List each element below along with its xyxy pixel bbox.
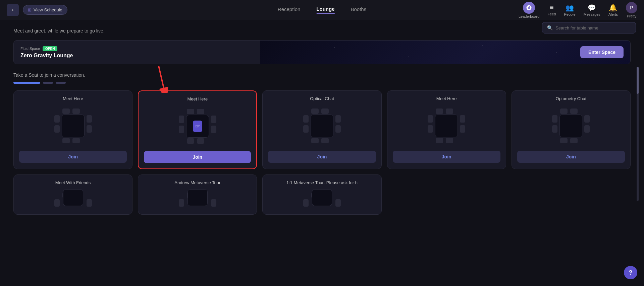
seat <box>321 109 329 114</box>
nav-links: Reception Lounge Booths <box>278 6 366 14</box>
scrollbar-thumb[interactable] <box>637 67 639 94</box>
table-name-3: Optical Chat <box>310 96 334 101</box>
join-button-5[interactable]: Join <box>517 151 625 163</box>
seat <box>87 199 92 207</box>
table-visual-r2-3 <box>302 190 342 209</box>
table-surface <box>312 189 332 206</box>
join-button-1[interactable]: Join <box>19 151 127 163</box>
seat <box>187 109 194 114</box>
seat <box>303 115 309 123</box>
tables-row-1: Meet Here Join <box>13 90 631 169</box>
logo-icon: ♦ <box>7 4 19 16</box>
help-button[interactable]: ? <box>624 266 637 279</box>
seat <box>428 115 433 123</box>
seat <box>552 115 557 123</box>
table-card-5: Optometry Chat Join <box>512 90 631 169</box>
seat <box>460 115 465 123</box>
messages-button[interactable]: 💬 Messages <box>584 4 600 16</box>
tables-row-2: Meet With Friends Andrew Metaverse Tour <box>13 174 631 215</box>
open-status-badge: OPEN <box>43 46 57 51</box>
table-visual-5 <box>551 106 591 146</box>
alerts-icon: 🔔 <box>609 4 617 12</box>
cursor-icon: ☞ <box>195 123 200 130</box>
seat <box>211 116 216 123</box>
table-visual-1 <box>53 106 93 146</box>
nav-right: Leaderboard ≡ Feed 👥 People 💬 Messages 🔔… <box>519 2 637 18</box>
fluid-space-info: Fluid Space OPEN Zero Gravity Lounge <box>20 46 73 59</box>
table-surface <box>311 115 333 137</box>
nav-reception[interactable]: Reception <box>278 6 301 13</box>
seat <box>179 126 184 133</box>
join-button-3[interactable]: Join <box>268 151 376 163</box>
table-name-r2-1: Meet With Friends <box>55 180 91 185</box>
view-schedule-button[interactable]: View Schedule <box>23 5 67 15</box>
seat <box>179 199 184 207</box>
join-button-4[interactable]: Join <box>393 151 500 163</box>
table-name-r2-2: Andrew Metaverse Tour <box>174 180 220 185</box>
search-icon: 🔍 <box>547 25 553 30</box>
leaderboard-icon <box>523 2 535 14</box>
feed-icon: ≡ <box>550 4 554 11</box>
messages-icon: 💬 <box>588 4 596 12</box>
nav-lounge[interactable]: Lounge <box>316 6 334 14</box>
seat <box>54 199 60 207</box>
people-icon: 👥 <box>566 4 574 12</box>
seat <box>311 138 319 143</box>
table-card-2: Meet Here ☞ Join <box>138 90 257 169</box>
leaderboard-button[interactable]: Leaderboard <box>519 2 539 18</box>
avatar-button[interactable]: P Pretty <box>626 2 637 18</box>
scroll-tab-1[interactable] <box>43 82 53 84</box>
seat <box>552 125 557 133</box>
seat <box>436 138 443 143</box>
seat <box>72 138 80 143</box>
table-visual-4 <box>426 106 467 146</box>
seat <box>54 115 60 123</box>
people-button[interactable]: 👥 People <box>564 4 575 16</box>
search-input[interactable] <box>555 25 631 30</box>
scroll-tab-active[interactable] <box>13 82 40 84</box>
seat <box>87 125 92 133</box>
fluid-space-title: Zero Gravity Lounge <box>20 53 73 59</box>
table-name-4: Meet Here <box>436 96 457 101</box>
scrollbar-track[interactable] <box>637 67 639 201</box>
table-card-1: Meet Here Join <box>13 90 132 169</box>
alerts-button[interactable]: 🔔 Alerts <box>608 4 618 16</box>
table-surface <box>559 115 582 137</box>
seat <box>311 109 319 114</box>
fluid-space-label: Fluid Space OPEN <box>20 46 73 51</box>
logo-area: ♦ View Schedule <box>7 4 67 16</box>
seat <box>187 138 194 144</box>
seat <box>436 109 443 114</box>
seat <box>54 125 60 133</box>
seat <box>335 125 341 133</box>
table-card-r2-3: 1:1 Metaverse Tour- Please ask for h <box>262 174 381 215</box>
search-bar[interactable]: 🔍 <box>542 22 636 33</box>
table-name-r2-3: 1:1 Metaverse Tour- Please ask for h <box>286 180 358 185</box>
seat <box>179 116 184 123</box>
main-content: Meet and greet, while we prepare to go l… <box>0 20 644 286</box>
seat <box>303 199 309 207</box>
avatar-label: Pretty <box>627 14 637 18</box>
seat <box>72 109 80 114</box>
table-name-5: Optometry Chat <box>556 96 587 101</box>
table-card-r2-1: Meet With Friends <box>13 174 132 215</box>
scroll-tab-2[interactable] <box>56 82 66 84</box>
table-visual-3 <box>302 106 342 146</box>
take-seat-text: Take a Seat to join a conversation. <box>13 72 631 78</box>
enter-space-button[interactable]: Enter Space <box>580 46 624 58</box>
fluid-space-text: Fluid Space <box>20 47 40 51</box>
seat <box>335 199 341 207</box>
seat <box>303 125 309 133</box>
nav-booths[interactable]: Booths <box>351 6 367 13</box>
table-name-1: Meet Here <box>63 96 83 101</box>
seat <box>211 199 216 207</box>
seat <box>87 115 92 123</box>
table-card-4: Meet Here Join <box>387 90 506 169</box>
scroll-tabs <box>13 82 631 84</box>
feed-button[interactable]: ≡ Feed <box>547 4 556 16</box>
join-button-2[interactable]: Join <box>144 151 251 163</box>
leaderboard-label: Leaderboard <box>519 14 539 18</box>
banner-background <box>260 41 630 64</box>
alerts-label: Alerts <box>608 12 618 16</box>
fluid-space-banner: Fluid Space OPEN Zero Gravity Lounge Ent… <box>13 40 631 64</box>
